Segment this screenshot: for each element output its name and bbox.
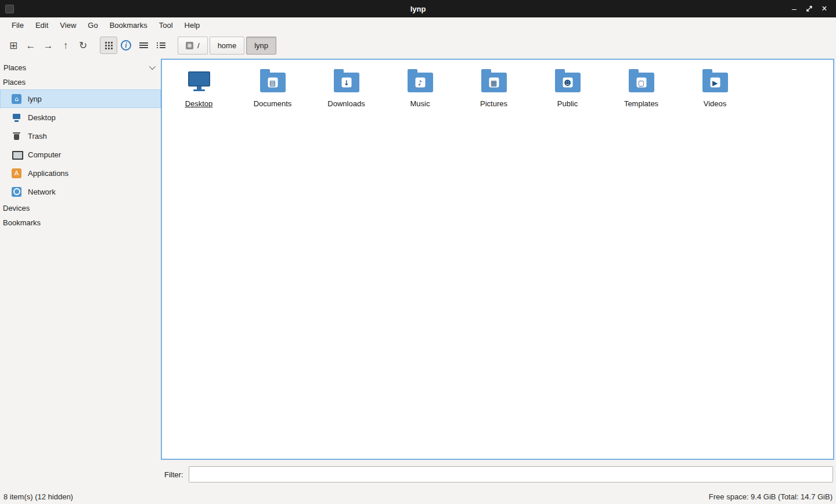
file-label: Public bbox=[557, 99, 578, 108]
file-videos[interactable]: ▶ Videos bbox=[678, 64, 752, 121]
file-label: Videos bbox=[704, 99, 727, 108]
window-controls: – × bbox=[788, 3, 836, 15]
sidebar-item-network[interactable]: Network bbox=[0, 182, 161, 201]
file-label: Pictures bbox=[480, 99, 507, 108]
menubar: File Edit View Go Bookmarks Tool Help bbox=[0, 17, 836, 33]
grid-view-icon bbox=[105, 41, 113, 50]
home-folder-icon: ⌂ bbox=[12, 94, 21, 104]
sidebar-item-trash[interactable]: Trash bbox=[0, 127, 161, 145]
sidebar-item-label: Network bbox=[28, 188, 56, 196]
file-desktop[interactable]: Desktop bbox=[162, 64, 236, 121]
templates-folder-icon: ▢ bbox=[629, 67, 654, 98]
path-button-lynp[interactable]: lynp bbox=[246, 37, 276, 55]
menu-item-help[interactable]: Help bbox=[179, 19, 206, 32]
filter-label: Filter: bbox=[164, 470, 183, 479]
refresh-button[interactable]: ↻ bbox=[74, 37, 92, 54]
sidebar-tree-devices[interactable]: Devices bbox=[0, 201, 161, 215]
statusbar: 8 item(s) (12 hidden) Free space: 9.4 Gi… bbox=[0, 490, 836, 504]
list-view-button[interactable] bbox=[152, 37, 170, 54]
path-bar: / home lynp bbox=[178, 37, 276, 55]
titlebar: lynp – × bbox=[0, 0, 836, 17]
sidebar-tree-bookmarks[interactable]: Bookmarks bbox=[0, 215, 161, 230]
info-button[interactable]: i bbox=[117, 37, 135, 54]
back-button[interactable]: ← bbox=[22, 37, 39, 54]
up-button[interactable]: ↑ bbox=[57, 37, 74, 54]
menu-item-tool[interactable]: Tool bbox=[153, 19, 179, 32]
restore-button[interactable] bbox=[803, 3, 815, 15]
forward-button[interactable]: → bbox=[39, 37, 57, 54]
desktop-icon bbox=[12, 113, 21, 123]
window-title: lynp bbox=[0, 5, 836, 13]
info-icon: i bbox=[121, 40, 131, 51]
chevron-down-icon[interactable] bbox=[149, 63, 156, 70]
documents-folder-icon: ▤ bbox=[260, 67, 286, 98]
drive-icon bbox=[186, 42, 193, 49]
up-icon: ↑ bbox=[63, 41, 69, 51]
menu-item-bookmarks[interactable]: Bookmarks bbox=[104, 19, 153, 32]
hamburger-icon bbox=[139, 42, 148, 49]
trash-icon bbox=[12, 131, 21, 141]
file-music[interactable]: ♪ Music bbox=[383, 64, 457, 121]
path-lynp-label: lynp bbox=[254, 41, 268, 50]
app-icon bbox=[5, 5, 14, 13]
file-label: Downloads bbox=[327, 99, 365, 108]
sidebar-item-lynp[interactable]: ⌂ lynp bbox=[0, 89, 161, 108]
file-label: Documents bbox=[254, 99, 292, 108]
path-home-label: home bbox=[218, 41, 237, 50]
public-folder-icon: ☻ bbox=[555, 67, 581, 98]
filter-bar: Filter: bbox=[161, 460, 836, 490]
file-templates[interactable]: ▢ Templates bbox=[604, 64, 678, 121]
sidebar-item-applications[interactable]: A Applications bbox=[0, 164, 161, 182]
file-downloads[interactable]: ↓ Downloads bbox=[309, 64, 383, 121]
window-body: Places Places ⌂ lynp Desktop Trash Compu… bbox=[0, 57, 836, 490]
icon-view-button[interactable] bbox=[100, 37, 117, 54]
main-panel: Desktop ▤ Documents ↓ Downloads bbox=[161, 57, 836, 490]
filter-input[interactable] bbox=[189, 466, 834, 483]
file-label: Music bbox=[410, 99, 430, 108]
path-button-home[interactable]: home bbox=[210, 37, 245, 55]
file-public[interactable]: ☻ Public bbox=[531, 64, 604, 121]
folder-view[interactable]: Desktop ▤ Documents ↓ Downloads bbox=[161, 59, 834, 460]
menu-button[interactable] bbox=[135, 37, 152, 54]
back-icon: ← bbox=[26, 41, 36, 51]
menu-item-go[interactable]: Go bbox=[82, 19, 103, 32]
path-root-label: / bbox=[197, 41, 200, 50]
minimize-button[interactable]: – bbox=[788, 3, 800, 15]
sidebar-mode-selector[interactable]: Places bbox=[0, 60, 161, 75]
sidebar-item-label: Trash bbox=[28, 132, 47, 141]
sidebar-item-label: lynp bbox=[28, 95, 42, 103]
sidebar-tree-places[interactable]: Places bbox=[0, 75, 161, 89]
sidebar-item-label: Computer bbox=[28, 150, 61, 159]
list-view-icon bbox=[157, 42, 165, 49]
free-space-text: Free space: 9.4 GiB (Total: 14.7 GiB) bbox=[709, 492, 833, 501]
close-button[interactable]: × bbox=[819, 3, 830, 15]
downloads-folder-icon: ↓ bbox=[334, 67, 359, 98]
sidebar-item-label: Desktop bbox=[28, 113, 56, 122]
refresh-icon: ↻ bbox=[79, 41, 87, 51]
sidebar-mode-label: Places bbox=[3, 63, 26, 72]
videos-folder-icon: ▶ bbox=[702, 67, 728, 98]
sidebar-item-desktop[interactable]: Desktop bbox=[0, 108, 161, 127]
file-label: Desktop bbox=[185, 99, 213, 108]
desktop-monitor-icon bbox=[186, 67, 212, 98]
new-tab-icon: ⊞ bbox=[9, 41, 17, 51]
file-manager-window: lynp – × File Edit View Go Bookmarks Too… bbox=[0, 0, 836, 504]
path-button-root[interactable]: / bbox=[178, 37, 208, 55]
file-pictures[interactable]: ▦ Pictures bbox=[457, 64, 531, 121]
sidebar: Places Places ⌂ lynp Desktop Trash Compu… bbox=[0, 57, 161, 490]
pictures-folder-icon: ▦ bbox=[481, 67, 507, 98]
menu-item-edit[interactable]: Edit bbox=[30, 19, 54, 32]
file-documents[interactable]: ▤ Documents bbox=[236, 64, 309, 121]
menu-item-view[interactable]: View bbox=[54, 19, 82, 32]
file-label: Templates bbox=[624, 99, 658, 108]
menu-item-file[interactable]: File bbox=[6, 19, 30, 32]
sidebar-item-computer[interactable]: Computer bbox=[0, 145, 161, 164]
network-icon bbox=[12, 187, 21, 197]
new-tab-button[interactable]: ⊞ bbox=[5, 37, 22, 54]
restore-icon bbox=[806, 5, 813, 12]
item-count-text: 8 item(s) (12 hidden) bbox=[3, 492, 73, 501]
music-folder-icon: ♪ bbox=[408, 67, 433, 98]
forward-icon: → bbox=[44, 41, 53, 51]
sidebar-item-label: Applications bbox=[28, 169, 69, 178]
computer-icon bbox=[12, 150, 21, 160]
